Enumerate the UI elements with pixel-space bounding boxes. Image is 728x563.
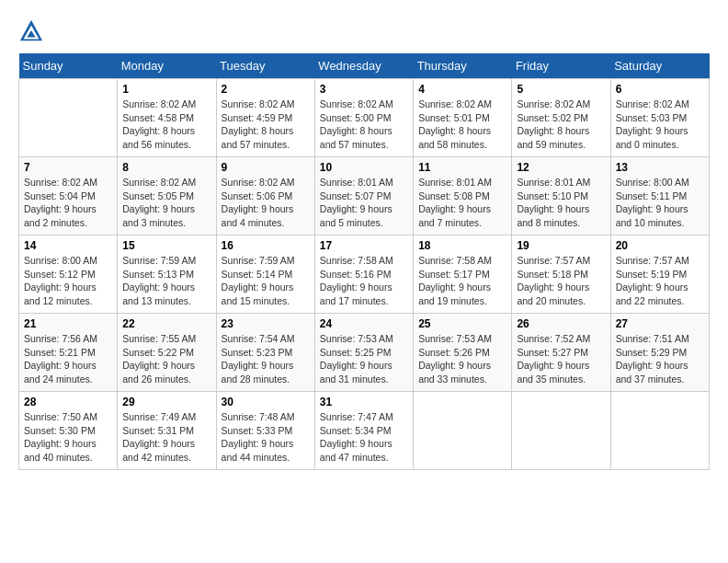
cell-info: Sunrise: 8:01 AMSunset: 5:07 PMDaylight:… bbox=[320, 176, 408, 230]
calendar-cell: 7Sunrise: 8:02 AMSunset: 5:04 PMDaylight… bbox=[19, 157, 118, 236]
day-number: 1 bbox=[122, 83, 210, 96]
calendar-week-row: 21Sunrise: 7:56 AMSunset: 5:21 PMDayligh… bbox=[19, 314, 710, 392]
calendar-cell: 9Sunrise: 8:02 AMSunset: 5:06 PMDaylight… bbox=[216, 157, 314, 236]
calendar-cell: 13Sunrise: 8:00 AMSunset: 5:11 PMDayligh… bbox=[610, 157, 709, 236]
cell-info: Sunrise: 7:50 AMSunset: 5:30 PMDaylight:… bbox=[24, 410, 112, 465]
day-of-week-header: Sunday bbox=[19, 53, 118, 79]
calendar-cell: 14Sunrise: 8:00 AMSunset: 5:12 PMDayligh… bbox=[19, 236, 118, 314]
calendar-cell: 3Sunrise: 8:02 AMSunset: 5:00 PMDaylight… bbox=[314, 79, 413, 157]
day-number: 9 bbox=[222, 161, 310, 174]
cell-info: Sunrise: 8:02 AMSunset: 4:58 PMDaylight:… bbox=[122, 98, 210, 152]
calendar-header-row: SundayMondayTuesdayWednesdayThursdayFrid… bbox=[19, 53, 710, 79]
cell-info: Sunrise: 8:02 AMSunset: 5:06 PMDaylight:… bbox=[222, 176, 310, 230]
calendar-cell: 30Sunrise: 7:48 AMSunset: 5:33 PMDayligh… bbox=[216, 392, 314, 470]
day-number: 12 bbox=[517, 161, 605, 174]
calendar-cell: 6Sunrise: 8:02 AMSunset: 5:03 PMDaylight… bbox=[610, 79, 709, 157]
calendar-cell: 27Sunrise: 7:51 AMSunset: 5:29 PMDayligh… bbox=[610, 314, 709, 392]
cell-info: Sunrise: 8:00 AMSunset: 5:12 PMDaylight:… bbox=[24, 254, 112, 308]
page-header bbox=[18, 18, 710, 44]
calendar-cell: 11Sunrise: 8:01 AMSunset: 5:08 PMDayligh… bbox=[414, 157, 512, 236]
calendar-week-row: 28Sunrise: 7:50 AMSunset: 5:30 PMDayligh… bbox=[19, 392, 710, 470]
day-number: 17 bbox=[320, 239, 408, 252]
day-number: 14 bbox=[24, 239, 112, 252]
calendar-cell: 8Sunrise: 8:02 AMSunset: 5:05 PMDaylight… bbox=[118, 157, 216, 236]
logo bbox=[18, 18, 48, 44]
day-number: 6 bbox=[616, 83, 704, 96]
calendar-body: 1Sunrise: 8:02 AMSunset: 4:58 PMDaylight… bbox=[19, 79, 710, 470]
day-of-week-header: Tuesday bbox=[216, 53, 314, 79]
day-number: 4 bbox=[418, 83, 506, 96]
calendar-cell: 31Sunrise: 7:47 AMSunset: 5:34 PMDayligh… bbox=[314, 392, 413, 470]
calendar-cell: 1Sunrise: 8:02 AMSunset: 4:58 PMDaylight… bbox=[118, 79, 216, 157]
calendar-cell: 19Sunrise: 7:57 AMSunset: 5:18 PMDayligh… bbox=[512, 236, 610, 314]
calendar-cell bbox=[610, 392, 709, 470]
cell-info: Sunrise: 7:58 AMSunset: 5:17 PMDaylight:… bbox=[418, 254, 506, 308]
cell-info: Sunrise: 7:53 AMSunset: 5:25 PMDaylight:… bbox=[320, 332, 408, 386]
day-number: 31 bbox=[320, 396, 408, 408]
day-number: 24 bbox=[320, 317, 408, 330]
day-number: 10 bbox=[320, 161, 408, 174]
calendar-table: SundayMondayTuesdayWednesdayThursdayFrid… bbox=[18, 53, 710, 470]
day-number: 25 bbox=[418, 317, 506, 330]
calendar-cell: 21Sunrise: 7:56 AMSunset: 5:21 PMDayligh… bbox=[19, 314, 118, 392]
day-number: 21 bbox=[24, 317, 112, 330]
calendar-cell: 15Sunrise: 7:59 AMSunset: 5:13 PMDayligh… bbox=[118, 236, 216, 314]
cell-info: Sunrise: 7:54 AMSunset: 5:23 PMDaylight:… bbox=[222, 332, 310, 386]
cell-info: Sunrise: 8:01 AMSunset: 5:10 PMDaylight:… bbox=[517, 176, 605, 230]
day-number: 27 bbox=[616, 317, 704, 330]
day-number: 15 bbox=[122, 239, 210, 252]
cell-info: Sunrise: 8:01 AMSunset: 5:08 PMDaylight:… bbox=[418, 176, 506, 230]
calendar-cell: 18Sunrise: 7:58 AMSunset: 5:17 PMDayligh… bbox=[414, 236, 512, 314]
calendar-cell bbox=[414, 392, 512, 470]
day-number: 29 bbox=[122, 396, 210, 408]
cell-info: Sunrise: 8:00 AMSunset: 5:11 PMDaylight:… bbox=[616, 176, 704, 230]
day-number: 28 bbox=[24, 396, 112, 408]
calendar-cell: 28Sunrise: 7:50 AMSunset: 5:30 PMDayligh… bbox=[19, 392, 118, 470]
cell-info: Sunrise: 7:49 AMSunset: 5:31 PMDaylight:… bbox=[122, 410, 210, 465]
day-number: 5 bbox=[517, 83, 605, 96]
calendar-cell: 22Sunrise: 7:55 AMSunset: 5:22 PMDayligh… bbox=[118, 314, 216, 392]
calendar-cell: 10Sunrise: 8:01 AMSunset: 5:07 PMDayligh… bbox=[314, 157, 413, 236]
day-number: 23 bbox=[222, 317, 310, 330]
cell-info: Sunrise: 7:48 AMSunset: 5:33 PMDaylight:… bbox=[222, 410, 310, 465]
calendar-cell: 4Sunrise: 8:02 AMSunset: 5:01 PMDaylight… bbox=[414, 79, 512, 157]
calendar-cell: 5Sunrise: 8:02 AMSunset: 5:02 PMDaylight… bbox=[512, 79, 610, 157]
cell-info: Sunrise: 7:47 AMSunset: 5:34 PMDaylight:… bbox=[320, 410, 408, 465]
cell-info: Sunrise: 7:57 AMSunset: 5:18 PMDaylight:… bbox=[517, 254, 605, 308]
day-of-week-header: Monday bbox=[118, 53, 216, 79]
cell-info: Sunrise: 8:02 AMSunset: 5:05 PMDaylight:… bbox=[122, 176, 210, 230]
cell-info: Sunrise: 7:57 AMSunset: 5:19 PMDaylight:… bbox=[616, 254, 704, 308]
day-number: 8 bbox=[122, 161, 210, 174]
calendar-week-row: 14Sunrise: 8:00 AMSunset: 5:12 PMDayligh… bbox=[19, 236, 710, 314]
day-of-week-header: Friday bbox=[512, 53, 610, 79]
day-number: 16 bbox=[222, 239, 310, 252]
calendar-cell: 17Sunrise: 7:58 AMSunset: 5:16 PMDayligh… bbox=[314, 236, 413, 314]
day-of-week-header: Thursday bbox=[414, 53, 512, 79]
day-number: 22 bbox=[122, 317, 210, 330]
cell-info: Sunrise: 7:58 AMSunset: 5:16 PMDaylight:… bbox=[320, 254, 408, 308]
day-number: 2 bbox=[222, 83, 310, 96]
day-number: 7 bbox=[24, 161, 112, 174]
cell-info: Sunrise: 8:02 AMSunset: 5:00 PMDaylight:… bbox=[320, 98, 408, 152]
cell-info: Sunrise: 8:02 AMSunset: 5:02 PMDaylight:… bbox=[517, 98, 605, 152]
day-number: 13 bbox=[616, 161, 704, 174]
calendar-cell: 25Sunrise: 7:53 AMSunset: 5:26 PMDayligh… bbox=[414, 314, 512, 392]
cell-info: Sunrise: 7:56 AMSunset: 5:21 PMDaylight:… bbox=[24, 332, 112, 386]
day-number: 30 bbox=[222, 396, 310, 408]
calendar-cell: 23Sunrise: 7:54 AMSunset: 5:23 PMDayligh… bbox=[216, 314, 314, 392]
calendar-cell: 24Sunrise: 7:53 AMSunset: 5:25 PMDayligh… bbox=[314, 314, 413, 392]
cell-info: Sunrise: 8:02 AMSunset: 5:03 PMDaylight:… bbox=[616, 98, 704, 152]
day-of-week-header: Saturday bbox=[610, 53, 709, 79]
calendar-cell: 26Sunrise: 7:52 AMSunset: 5:27 PMDayligh… bbox=[512, 314, 610, 392]
calendar-week-row: 1Sunrise: 8:02 AMSunset: 4:58 PMDaylight… bbox=[19, 79, 710, 157]
cell-info: Sunrise: 7:53 AMSunset: 5:26 PMDaylight:… bbox=[418, 332, 506, 386]
cell-info: Sunrise: 8:02 AMSunset: 4:59 PMDaylight:… bbox=[222, 98, 310, 152]
day-number: 26 bbox=[517, 317, 605, 330]
day-number: 18 bbox=[418, 239, 506, 252]
day-number: 3 bbox=[320, 83, 408, 96]
calendar-cell: 2Sunrise: 8:02 AMSunset: 4:59 PMDaylight… bbox=[216, 79, 314, 157]
calendar-cell bbox=[512, 392, 610, 470]
cell-info: Sunrise: 7:59 AMSunset: 5:14 PMDaylight:… bbox=[222, 254, 310, 308]
cell-info: Sunrise: 8:02 AMSunset: 5:04 PMDaylight:… bbox=[24, 176, 112, 230]
calendar-cell: 12Sunrise: 8:01 AMSunset: 5:10 PMDayligh… bbox=[512, 157, 610, 236]
